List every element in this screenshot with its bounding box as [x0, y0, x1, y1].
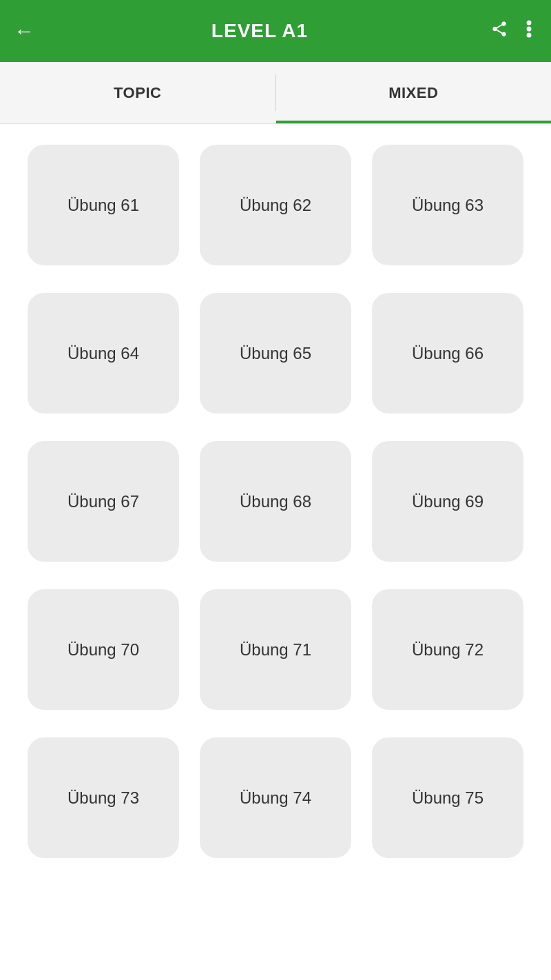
tab-mixed[interactable]: MIXED [276, 62, 552, 123]
share-icon [490, 20, 508, 38]
exercise-item-61[interactable]: Übung 61 [28, 145, 179, 265]
exercise-item-64[interactable]: Übung 64 [28, 293, 179, 414]
exercise-item-69[interactable]: Übung 69 [372, 441, 523, 562]
exercise-item-66[interactable]: Übung 66 [372, 293, 523, 414]
exercise-grid: Übung 61Übung 62Übung 63Übung 64Übung 65… [0, 124, 551, 879]
tab-topic[interactable]: TOPIC [0, 62, 276, 123]
exercise-item-72[interactable]: Übung 72 [372, 589, 523, 710]
more-icon [526, 20, 532, 38]
tab-bar: TOPIC MIXED [0, 62, 551, 124]
exercise-item-63[interactable]: Übung 63 [372, 145, 523, 265]
page-title: LEVEL A1 [34, 20, 485, 42]
app-header: ← LEVEL A1 [0, 0, 551, 62]
exercise-item-65[interactable]: Übung 65 [200, 293, 351, 414]
exercise-item-71[interactable]: Übung 71 [200, 589, 351, 710]
share-button[interactable] [485, 14, 514, 48]
back-button[interactable]: ← [14, 19, 34, 43]
exercise-item-74[interactable]: Übung 74 [200, 737, 351, 858]
exercise-item-62[interactable]: Übung 62 [200, 145, 351, 265]
svg-point-0 [527, 20, 532, 25]
more-button[interactable] [521, 14, 537, 48]
exercise-item-67[interactable]: Übung 67 [28, 441, 179, 562]
exercise-item-75[interactable]: Übung 75 [372, 737, 523, 858]
exercise-item-68[interactable]: Übung 68 [200, 441, 351, 562]
header-actions [485, 14, 537, 48]
exercise-item-70[interactable]: Übung 70 [28, 589, 179, 710]
svg-point-2 [527, 32, 532, 37]
exercise-item-73[interactable]: Übung 73 [28, 737, 179, 858]
svg-point-1 [527, 26, 532, 31]
